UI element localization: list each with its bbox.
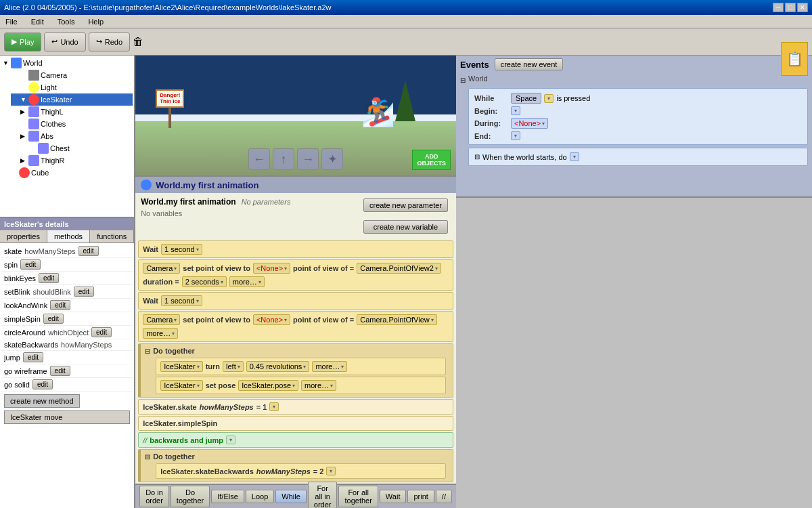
menu-help[interactable]: Help [85,17,106,26]
collapse-worldstart[interactable]: ⊟ [474,153,480,161]
edit-circlearound[interactable]: edit [91,327,112,337]
camera-icon [28,70,39,81]
tree-item-abs[interactable]: ▶ Abs [1,130,133,142]
nav-left[interactable]: ← [248,148,270,170]
tree-item-cube[interactable]: Cube [1,167,133,179]
tree-label-chest: Chest [50,144,70,152]
object-tree[interactable]: ▼ World Camera Light ▼ IceSkater [0,56,134,218]
edit-simplespin[interactable]: edit [43,314,64,324]
params-right: create new parameter create new variable [361,196,451,236]
tree-item-clothes[interactable]: Clothes [1,118,133,130]
events-panel: Events create new event ⊟ World While Sp… [456,56,812,198]
expand-thighl[interactable]: ▶ [20,108,28,115]
create-method-button[interactable]: create new method [4,394,80,408]
move-button[interactable]: IceSkater move [4,410,130,424]
dotogether1-child2[interactable]: IceSkater ▾ set pose IceSkater.pose ▾ mo… [156,377,446,394]
code-block-skate[interactable]: IceSkater.skate howManySteps = 1 ▾ [138,399,453,415]
btn-comment[interactable]: // [436,490,452,503]
nav-right[interactable]: → [297,148,319,170]
tab-functions[interactable]: functions [90,230,134,242]
tree-label-cube: Cube [31,169,49,177]
space-key: Space [511,93,541,104]
btn-for-all-in-order[interactable]: For all in order [308,482,338,508]
edit-spin[interactable]: edit [20,259,41,270]
create-param-button[interactable]: create new parameter [363,198,448,212]
expand-thighr[interactable]: ▶ [20,157,28,164]
btn-for-all-together[interactable]: For all together [338,486,378,507]
edit-blinkeyes[interactable]: edit [39,273,59,283]
expand-abs[interactable]: ▶ [20,133,28,140]
wait2-row: Wait 1 second ▾ [143,294,449,308]
edit-skate[interactable]: edit [78,246,99,256]
code-body[interactable]: World.my first animation No parameters N… [135,193,456,484]
edit-jump[interactable]: edit [23,352,43,362]
expand-iceskater[interactable]: ▼ [20,96,28,103]
play-button[interactable]: ▶ Play [4,33,41,51]
tree-item-light[interactable]: Light [11,81,133,93]
nav-arrows[interactable]: ✦ [321,148,343,170]
tree-item-world[interactable]: ▼ World [1,57,133,69]
sign-post: Danger!Thin Ice [156,89,184,128]
btn-wait[interactable]: Wait [380,490,407,503]
thighl-icon [28,106,39,117]
menu-file[interactable]: File [3,17,20,26]
btn-loop[interactable]: Loop [246,490,274,503]
right-panel: Events create new event ⊟ World While Sp… [456,56,812,508]
title-text: Alice (2.0 04/05/2005) - E:\studie\purga… [4,3,331,12]
create-var-button[interactable]: create new variable [363,220,448,234]
btn-print[interactable]: print [407,490,434,503]
collapse-world-events[interactable]: ⊟ [460,77,466,84]
edit-gosolid[interactable]: edit [32,379,53,389]
minimize-button[interactable]: ─ [773,3,784,12]
edit-setblink[interactable]: edit [74,287,94,297]
btn-while[interactable]: While [275,490,307,503]
btn-if-else[interactable]: If/Else [211,490,244,503]
world-icon-code [141,179,152,190]
collapse-dotogether2[interactable]: ⊟ [145,453,150,461]
create-event-button[interactable]: create new event [495,58,564,70]
world-icon [11,58,22,68]
code-block-simplespin[interactable]: IceSkater.simpleSpin [138,416,453,431]
tree-item-chest[interactable]: Chest [1,142,133,154]
collapse-dotogether1[interactable]: ⊟ [145,347,150,355]
maximize-button[interactable]: □ [785,3,796,12]
undo-button[interactable]: ↩ Undo [44,33,85,51]
end-value[interactable]: ▾ [511,131,520,140]
tab-properties[interactable]: properties [0,230,47,242]
tree-label-clothes: Clothes [41,120,66,128]
code-block-wait2[interactable]: Wait 1 second ▾ [138,292,453,310]
code-block-comment[interactable]: // backwards and jump ▾ [138,432,453,448]
close-button[interactable]: ✕ [797,3,808,12]
add-objects-button[interactable]: ADDOBJECTS [412,150,451,170]
tree-item-thighl[interactable]: ▶ ThighL [1,106,133,118]
world-start-value[interactable]: ▾ [570,152,579,161]
code-block-camera2[interactable]: Camera ▾ set point of view to <None> ▾ p… [138,311,453,342]
dotogether2-child1[interactable]: IceSkater.skateBackwards howManySteps = … [156,463,446,479]
redo-button[interactable]: ↪ Redo [89,33,130,51]
begin-value[interactable]: ▾ [511,106,520,115]
code-block-wait1[interactable]: Wait 1 second ▾ [138,240,453,258]
dotogether1-child1[interactable]: IceSkater ▾ turn left ▾ 0.45 revolutions… [156,358,446,375]
code-block-camera1[interactable]: Camera ▾ set point of view to <None> ▾ p… [138,259,453,291]
tab-methods[interactable]: methods [47,230,90,242]
code-block-dotogether1[interactable]: ⊟ Do together IceSkater ▾ turn left ▾ 0.… [138,343,453,398]
tree-label-thighl: ThighL [41,108,64,116]
btn-do-in-order[interactable]: Do in order [139,486,169,507]
edit-gowireframe[interactable]: edit [50,366,70,376]
edit-lookandwink[interactable]: edit [50,300,70,310]
dotogether2-header: ⊟ Do together [145,451,449,462]
expand-world[interactable]: ▼ [3,60,11,66]
menu-tools[interactable]: Tools [55,17,78,26]
trash-button[interactable]: 🗑 [133,36,143,48]
expand-light [20,84,28,91]
during-value[interactable]: <None> ▾ [511,118,548,129]
tree-label-iceskater: IceSkater [41,96,72,104]
nav-up[interactable]: ↑ [273,148,294,170]
tree-item-iceskater[interactable]: ▼ IceSkater [11,93,133,106]
menu-edit[interactable]: Edit [28,17,47,26]
titlebar: Alice (2.0 04/05/2005) - E:\studie\purga… [0,0,812,15]
btn-do-together[interactable]: Do together [171,486,210,507]
tree-item-thighr[interactable]: ▶ ThighR [1,154,133,167]
code-block-dotogether2[interactable]: ⊟ Do together IceSkater.skateBackwards h… [138,449,453,482]
tree-item-camera[interactable]: Camera [11,69,133,81]
